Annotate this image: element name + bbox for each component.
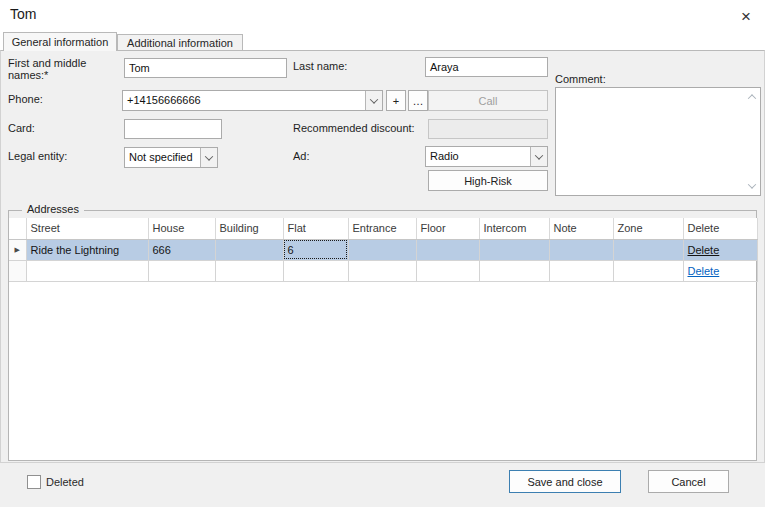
first-name-input[interactable]: Tom [124,58,287,78]
cell-flat-focused[interactable]: 6 [283,239,348,260]
legal-entity-select[interactable]: Not specified [124,147,218,168]
high-risk-button[interactable]: High-Risk [428,170,548,191]
last-name-input[interactable]: Araya [425,57,548,77]
cell-street[interactable]: Ride the Lightning [26,239,148,260]
legal-entity-dropdown-button[interactable] [200,148,217,167]
cell-zone[interactable] [613,239,683,260]
cell-delete: Delete [683,260,757,281]
cell-house[interactable]: 666 [148,239,215,260]
scroll-up-icon[interactable] [747,92,757,102]
phone-combobox[interactable]: +14156666666 [122,90,383,111]
column-header-zone[interactable]: Zone [613,218,683,239]
deleted-checkbox[interactable] [27,475,41,489]
recommended-discount-label: Recommended discount: [293,122,415,134]
grid-header-row: Street House Building Flat Entrance Floo… [9,218,757,239]
column-header-street[interactable]: Street [26,218,148,239]
row-selector [9,260,26,281]
row-selector-arrow-icon: ▶ [9,239,26,260]
table-row[interactable]: Delete [9,260,757,281]
cell-building[interactable] [215,260,283,281]
cell-intercom[interactable] [479,239,549,260]
column-header-house[interactable]: House [148,218,215,239]
tab-general-information[interactable]: General information [3,32,117,51]
chevron-down-icon [205,152,213,160]
cell-flat[interactable] [283,260,348,281]
cell-intercom[interactable] [479,260,549,281]
chevron-down-icon [535,151,543,159]
cell-house[interactable] [148,260,215,281]
phone-value[interactable]: +14156666666 [123,91,365,110]
scroll-down-icon[interactable] [747,181,757,191]
column-header-flat[interactable]: Flat [283,218,348,239]
cell-note[interactable] [549,260,613,281]
recommended-discount-input [428,119,548,139]
cell-floor[interactable] [416,239,479,260]
addresses-group-label: Addresses [22,203,84,215]
chevron-down-icon [370,95,378,103]
row-selector-header [9,218,26,239]
cell-delete: Delete [683,239,757,260]
cell-zone[interactable] [613,260,683,281]
call-button[interactable]: Call [428,90,548,111]
column-header-note[interactable]: Note [549,218,613,239]
window-title: Tom [10,6,36,22]
card-label: Card: [8,122,35,134]
deleted-checkbox-label: Deleted [46,476,84,488]
column-header-floor[interactable]: Floor [416,218,479,239]
delete-row-link[interactable]: Delete [688,244,720,256]
close-icon[interactable]: × [735,6,757,28]
comment-label: Comment: [555,73,606,85]
tab-additional-information[interactable]: Additional information [117,34,243,51]
column-header-building[interactable]: Building [215,218,283,239]
cell-entrance[interactable] [348,260,416,281]
card-input[interactable] [124,119,222,139]
comment-textarea[interactable] [555,87,761,196]
ad-value: Radio [426,147,530,166]
legal-entity-value: Not specified [125,148,200,167]
cancel-button[interactable]: Cancel [648,470,729,493]
column-header-entrance[interactable]: Entrance [348,218,416,239]
legal-entity-label: Legal entity: [8,150,67,162]
table-row[interactable]: ▶ Ride the Lightning 666 6 Delete [9,239,757,260]
addresses-grid: Street House Building Flat Entrance Floo… [9,218,756,460]
cell-street[interactable] [26,260,148,281]
cell-floor[interactable] [416,260,479,281]
add-phone-button[interactable]: + [386,90,406,111]
save-and-close-button[interactable]: Save and close [509,470,621,493]
ad-dropdown-button[interactable] [530,147,547,166]
ad-select[interactable]: Radio [425,146,548,167]
delete-row-link[interactable]: Delete [688,265,720,277]
phone-dropdown-button[interactable] [365,91,382,110]
phone-label: Phone: [8,93,43,105]
ad-label: Ad: [293,150,310,162]
cell-entrance[interactable] [348,239,416,260]
customer-edit-dialog: { "window": { "title": "Tom", "close_ico… [0,0,765,507]
more-phones-button[interactable]: … [408,90,428,111]
cell-building[interactable] [215,239,283,260]
last-name-label: Last name: [293,60,347,72]
first-name-label: First and middle names:* [8,57,116,81]
cell-note[interactable] [549,239,613,260]
column-header-delete[interactable]: Delete [683,218,757,239]
column-header-intercom[interactable]: Intercom [479,218,549,239]
